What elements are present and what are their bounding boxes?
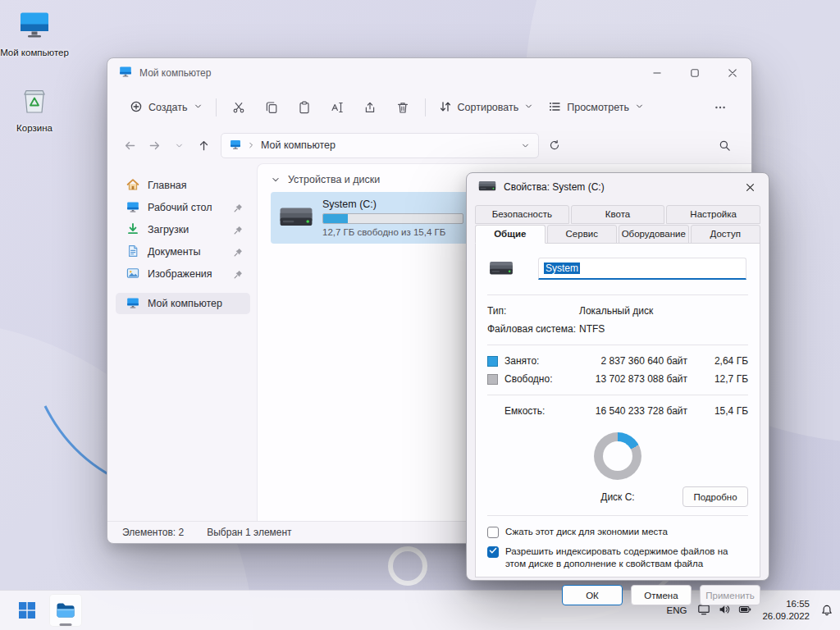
sidebar-item-label: Изображения bbox=[148, 268, 212, 280]
notifications-bell-icon[interactable] bbox=[820, 604, 833, 617]
new-button[interactable]: Создать bbox=[122, 95, 210, 121]
pin-icon bbox=[233, 203, 244, 213]
general-tab-panel: System Тип: Локальный диск Файловая сист… bbox=[475, 243, 760, 578]
tab-general[interactable]: Общие bbox=[475, 225, 546, 244]
download-icon bbox=[126, 222, 139, 238]
sort-button-label: Сортировать bbox=[458, 102, 519, 113]
pin-icon bbox=[233, 225, 244, 235]
check-icon bbox=[488, 546, 498, 559]
recycle-bin-icon bbox=[18, 84, 51, 120]
desktop: Мой компьютер Корзина Мой компьютер Созд… bbox=[0, 0, 840, 630]
ok-button[interactable]: ОК bbox=[562, 585, 623, 605]
sidebar-item-label: Главная bbox=[148, 180, 187, 191]
taskbar-explorer-button[interactable] bbox=[49, 594, 82, 627]
tab-hardware[interactable]: Оборудование bbox=[619, 225, 689, 244]
allow-indexing-checkbox[interactable]: Разрешить индексировать содержимое файло… bbox=[487, 546, 748, 570]
used-bytes: 2 837 360 640 байт bbox=[587, 355, 687, 367]
capacity-label: Емкость: bbox=[504, 405, 580, 417]
items-count-label: Элементов: 2 bbox=[122, 527, 184, 538]
document-icon bbox=[126, 244, 139, 260]
desktop-icon bbox=[126, 200, 139, 216]
delete-button[interactable] bbox=[386, 94, 419, 121]
up-button[interactable] bbox=[191, 133, 216, 158]
capacity-bytes: 16 540 233 728 байт bbox=[587, 405, 687, 417]
sidebar-item-home[interactable]: Главная bbox=[116, 175, 250, 196]
breadcrumb[interactable]: Мой компьютер bbox=[221, 133, 539, 158]
type-value: Локальный диск bbox=[579, 305, 653, 317]
clock[interactable]: 16:55 26.09.2022 bbox=[762, 598, 810, 623]
refresh-button[interactable] bbox=[542, 133, 567, 158]
search-button[interactable] bbox=[712, 133, 737, 158]
maximize-button[interactable] bbox=[676, 58, 714, 88]
back-button[interactable] bbox=[117, 133, 142, 158]
chevron-right-icon bbox=[247, 141, 255, 149]
cancel-button[interactable]: Отмена bbox=[631, 585, 692, 605]
home-icon bbox=[126, 178, 139, 194]
compress-disk-checkbox[interactable]: Сжать этот диск для экономии места bbox=[487, 526, 748, 538]
dialog-titlebar[interactable]: Свойства: System (C:) bbox=[467, 173, 769, 201]
selection-label: Выбран 1 элемент bbox=[207, 527, 291, 538]
explorer-titlebar[interactable]: Мой компьютер bbox=[107, 58, 751, 88]
disk-usage-donut bbox=[594, 432, 641, 480]
capacity-size: 15,4 ГБ bbox=[694, 405, 748, 417]
dialog-tabs: Безопасность Квота Настройка Общие Серви… bbox=[467, 201, 769, 244]
computer-icon bbox=[230, 139, 241, 153]
tab-sharing[interactable]: Доступ bbox=[691, 225, 761, 244]
drive-item-system-c[interactable]: System (C:) 12,7 ГБ свободно из 15,4 ГБ bbox=[271, 192, 477, 244]
checkbox-box[interactable] bbox=[487, 546, 499, 558]
drive-icon bbox=[489, 258, 514, 280]
recent-locations-button[interactable] bbox=[167, 133, 191, 158]
tab-quota[interactable]: Квота bbox=[571, 205, 665, 224]
tab-customize[interactable]: Настройка bbox=[666, 205, 760, 224]
sidebar-item-label: Рабочий стол bbox=[148, 202, 212, 213]
cut-button[interactable] bbox=[222, 94, 255, 121]
view-button[interactable]: Просмотреть bbox=[541, 95, 651, 121]
my-computer-icon bbox=[18, 8, 51, 44]
minimize-button[interactable] bbox=[638, 58, 676, 88]
drive-name: System (C:) bbox=[322, 199, 463, 210]
separator bbox=[487, 345, 748, 345]
sidebar-item-pictures[interactable]: Изображения bbox=[116, 263, 250, 285]
free-size: 12,7 ГБ bbox=[694, 373, 748, 385]
more-options-button[interactable] bbox=[704, 94, 737, 121]
sort-button[interactable]: Сортировать bbox=[431, 95, 541, 121]
paste-button[interactable] bbox=[288, 94, 321, 121]
desktop-icon-my-computer[interactable]: Мой компьютер bbox=[0, 8, 69, 58]
drive-icon bbox=[478, 179, 496, 195]
tab-tools[interactable]: Сервис bbox=[547, 225, 618, 244]
copy-button[interactable] bbox=[255, 94, 288, 121]
share-button[interactable] bbox=[354, 94, 386, 121]
checkbox-box[interactable] bbox=[487, 527, 499, 538]
address-dropdown-chevron-icon[interactable] bbox=[521, 141, 530, 150]
used-label: Занято: bbox=[504, 355, 580, 367]
desktop-icon-recycle-bin[interactable]: Корзина bbox=[0, 84, 69, 134]
rename-button[interactable] bbox=[321, 94, 354, 121]
pin-icon bbox=[233, 269, 244, 280]
tab-security[interactable]: Безопасность bbox=[475, 205, 569, 224]
breadcrumb-item[interactable]: Мой компьютер bbox=[261, 139, 336, 151]
volume-label-input[interactable]: System bbox=[538, 258, 746, 280]
sidebar-item-label: Документы bbox=[148, 246, 200, 258]
dialog-close-button[interactable] bbox=[731, 173, 769, 201]
window-icon bbox=[119, 65, 132, 81]
sidebar-item-this-pc[interactable]: Мой компьютер bbox=[116, 293, 250, 314]
separator bbox=[487, 395, 748, 395]
window-title: Мой компьютер bbox=[139, 67, 211, 79]
filesystem-label: Файловая система: bbox=[487, 323, 579, 335]
sidebar-item-documents[interactable]: Документы bbox=[116, 241, 250, 262]
start-button[interactable] bbox=[11, 594, 43, 627]
type-label: Тип: bbox=[487, 305, 579, 317]
details-button[interactable]: Подробно bbox=[682, 486, 748, 507]
chevron-down-icon bbox=[635, 102, 644, 113]
sidebar-item-downloads[interactable]: Загрузки bbox=[116, 219, 250, 240]
chevron-down-icon bbox=[271, 175, 281, 185]
sidebar-item-label: Мой компьютер bbox=[148, 298, 222, 309]
drive-usage-fill bbox=[323, 214, 348, 223]
forward-button[interactable] bbox=[142, 133, 167, 158]
free-space-swatch bbox=[487, 374, 498, 385]
checkbox-label: Сжать этот диск для экономии места bbox=[505, 526, 668, 538]
apply-button[interactable]: Применить bbox=[700, 585, 760, 605]
sidebar-item-desktop[interactable]: Рабочий стол bbox=[116, 197, 250, 218]
close-button[interactable] bbox=[714, 58, 751, 88]
used-size: 2,64 ГБ bbox=[694, 355, 748, 367]
